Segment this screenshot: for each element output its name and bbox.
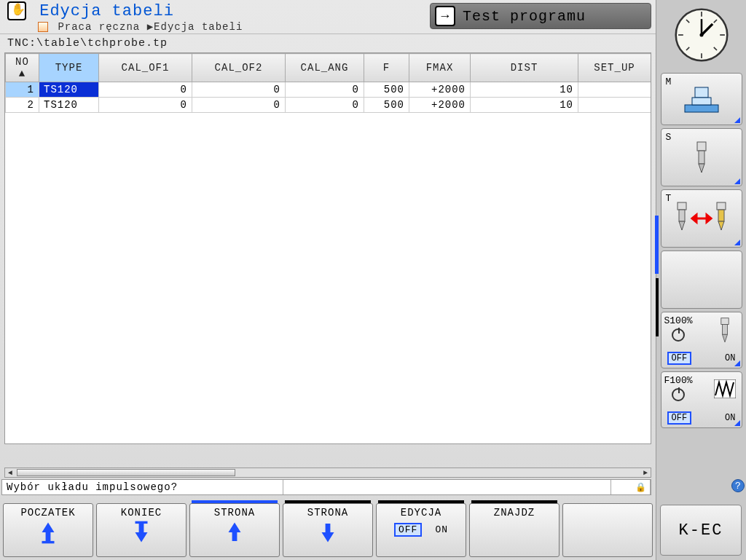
col-header-cal_of2[interactable]: CAL_OF2 [192, 54, 286, 82]
col-header-cal_ang[interactable]: CAL_ANG [286, 54, 364, 82]
spindle-small-icon [715, 317, 734, 346]
svg-rect-30 [717, 202, 726, 210]
col-header-type[interactable]: TYPE [39, 54, 99, 82]
svg-marker-23 [699, 164, 704, 173]
arrow-up-icon [226, 520, 243, 545]
softkey-poczatek[interactable]: POCZATEK [3, 503, 93, 557]
softkey-znajdz[interactable]: ZNAJDZ [469, 503, 560, 557]
mode-label: Test programu [463, 8, 586, 25]
softkey-label: POCZATEK [20, 507, 75, 518]
softkey-empty[interactable] [562, 503, 653, 557]
k-ec-label: K-EC [679, 521, 723, 540]
softkey-strona[interactable]: STRONA [189, 503, 280, 557]
cell-dist[interactable]: 10 [471, 98, 578, 113]
f100-label: F100% [664, 375, 693, 386]
svg-rect-22 [699, 151, 704, 164]
empty-button[interactable] [661, 251, 742, 309]
cell-set_up[interactable] [578, 82, 651, 98]
page-title: Edycja tabeli [39, 2, 174, 20]
cell-no[interactable]: 2 [6, 98, 39, 113]
cell-f[interactable]: 500 [364, 82, 409, 98]
cell-fmax[interactable]: +2000 [409, 98, 471, 113]
t-function-button[interactable]: T [661, 189, 742, 248]
svg-marker-5 [322, 524, 334, 543]
cell-cal_ang[interactable]: 0 [286, 82, 364, 98]
cell-dist[interactable]: 10 [471, 82, 578, 98]
scroll-right-icon[interactable]: ► [640, 468, 651, 477]
col-header-dist[interactable]: DIST [471, 54, 578, 82]
right-panel: M S T [656, 0, 746, 560]
clock-icon [665, 4, 738, 66]
m-function-button[interactable]: M [661, 73, 742, 125]
svg-rect-18 [685, 105, 718, 112]
cell-type[interactable]: TS120 [39, 98, 99, 113]
col-header-cal_of1[interactable]: CAL_OF1 [99, 54, 192, 82]
svg-point-17 [699, 33, 703, 36]
col-header-fmax[interactable]: FMAX [409, 54, 471, 82]
machine-icon [661, 74, 742, 125]
toggle-off[interactable]: OFF [394, 523, 422, 537]
cell-cal_of1[interactable]: 0 [99, 98, 192, 113]
svg-rect-33 [721, 318, 728, 325]
table-row[interactable]: 2TS120000500+200010 [6, 98, 651, 113]
message-field-2 [283, 480, 611, 494]
horizontal-scrollbar[interactable]: ◄ ► [4, 468, 651, 478]
arrow-down-icon [319, 520, 337, 545]
side-indicator-black [656, 278, 659, 336]
file-path: TNC:\table\tchprobe.tp [0, 33, 656, 51]
help-icon[interactable]: ? [731, 479, 745, 492]
message-text: Wybór układu impulsowego? [2, 480, 283, 494]
svg-marker-28 [692, 215, 696, 222]
svg-marker-4 [229, 522, 241, 541]
cell-cal_of2[interactable]: 0 [192, 82, 286, 98]
col-header-set_up[interactable]: SET_UP [578, 54, 651, 82]
cell-cal_ang[interactable]: 0 [286, 98, 364, 113]
col-header-f[interactable]: F [364, 54, 409, 82]
col-header-no[interactable]: NO ▲ [6, 54, 39, 82]
toggle[interactable]: OFFON [394, 523, 448, 537]
cell-cal_of1[interactable]: 0 [99, 82, 192, 98]
s-override-button[interactable]: S100% OFF ON [661, 312, 742, 368]
svg-marker-35 [722, 334, 727, 342]
cell-set_up[interactable] [578, 98, 651, 113]
toggle-on[interactable]: ON [435, 524, 448, 535]
cell-fmax[interactable]: +2000 [409, 82, 471, 98]
home-icon [38, 22, 48, 32]
svg-rect-34 [722, 324, 727, 334]
svg-rect-31 [718, 210, 724, 221]
arrow-up-bar-icon [39, 520, 57, 545]
cell-f[interactable]: 500 [364, 98, 409, 113]
svg-rect-20 [692, 98, 711, 105]
cell-type[interactable]: TS120 [39, 82, 99, 98]
knob-icon [672, 388, 685, 401]
scroll-left-icon[interactable]: ◄ [5, 468, 15, 477]
svg-rect-1 [42, 541, 55, 543]
cell-cal_of2[interactable]: 0 [192, 98, 286, 113]
softkey-label: STRONA [214, 507, 255, 518]
softkey-koniec[interactable]: KONIEC [96, 503, 186, 557]
k-ec-button[interactable]: K-EC [660, 505, 742, 556]
softkey-edycja[interactable]: EDYCJAOFFON [376, 503, 466, 557]
s100-off[interactable]: OFF [667, 352, 692, 365]
mode-arrow-icon: → [435, 6, 455, 26]
f-override-button[interactable]: F100% OFF ON [661, 371, 742, 428]
svg-rect-24 [678, 202, 686, 210]
softkey-label: STRONA [307, 507, 348, 518]
svg-rect-21 [697, 142, 706, 151]
svg-marker-26 [679, 221, 685, 230]
softkey-strona[interactable]: STRONA [283, 503, 373, 557]
scrollbar-thumb[interactable] [17, 469, 235, 476]
svg-marker-0 [42, 522, 55, 541]
cell-no[interactable]: 1 [6, 82, 39, 98]
mode-button[interactable]: → Test programu [430, 3, 651, 29]
table-header-row: NO ▲TYPECAL_OF1CAL_OF2CAL_ANGFFMAXDISTSE… [6, 54, 651, 82]
svg-rect-3 [136, 521, 148, 524]
s-function-button[interactable]: S [661, 128, 742, 186]
svg-marker-2 [136, 524, 148, 543]
svg-rect-19 [695, 87, 708, 98]
breadcrumb-root: Praca ręczna [58, 21, 140, 33]
table-row[interactable]: 1TS120000500+200010 [6, 82, 651, 98]
message-field-3: 🔒 [611, 480, 651, 494]
arrow-down-bar-icon [133, 520, 150, 545]
f100-off[interactable]: OFF [667, 411, 692, 425]
